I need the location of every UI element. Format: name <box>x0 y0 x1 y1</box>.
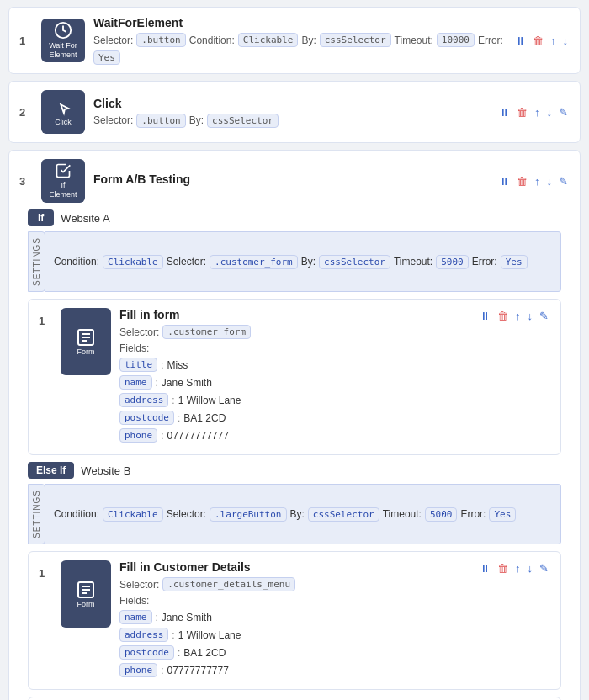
step-3-title: Form A/B Testing <box>93 172 489 186</box>
elseif-substep-1-delete-btn[interactable]: 🗑 <box>496 560 510 576</box>
if-substep-1-down-btn[interactable]: ↓ <box>526 308 535 324</box>
step-3-icon-label: IfElement <box>49 181 77 199</box>
step-3-pause-btn[interactable]: ⏸ <box>497 173 512 189</box>
step-3-form-ab: 3 IfElement Form A/B Testing ⏸ 🗑 ↑ ↓ ✎ I… <box>8 150 581 700</box>
step-3-info: Form A/B Testing <box>93 172 489 189</box>
if-substep-1-fields: Fields: title : Miss name : Jane Smith <box>119 342 470 443</box>
if-substep-1-details: Fill in form Selector: .customer_form Fi… <box>119 308 470 446</box>
step-1-timeout-tag: 10000 <box>437 33 475 47</box>
elseif-substep-2: 2 SelectFromDropdown Select title Select… <box>28 697 561 700</box>
step-1-error-tag: Yes <box>93 50 120 65</box>
if-substep-1-edit-btn[interactable]: ✎ <box>538 308 550 324</box>
if-substep-1-delete-btn[interactable]: 🗑 <box>496 308 510 324</box>
if-substep-1-icon-label: Form <box>77 347 95 356</box>
if-badge: If <box>28 209 54 226</box>
step-1-icon-label: Wait ForElement <box>49 41 77 60</box>
elseif-substep-1-details: Fill in Customer Details Selector: .cust… <box>119 560 470 681</box>
if-substep-1-pause-btn[interactable]: ⏸ <box>478 308 492 324</box>
elseif-substep-1-header: 1 Form Fill in Customer Details Selector… <box>39 560 550 681</box>
step-2-actions: ⏸ 🗑 ↑ ↓ ✎ <box>497 104 570 120</box>
step-1-condition-tag: Clickable <box>238 33 299 47</box>
step-1-icon: Wait ForElement <box>41 19 85 62</box>
elseif-substep-1-selector-tag: .customer_details_menu <box>162 577 295 591</box>
step-1-pause-btn[interactable]: ⏸ <box>513 33 528 49</box>
step-2-params: Selector: .button By: cssSelector <box>93 114 489 128</box>
step-2-pause-btn[interactable]: ⏸ <box>497 104 512 120</box>
if-selector-tag: .customer_form <box>210 255 298 269</box>
step-2-delete-btn[interactable]: 🗑 <box>515 104 529 120</box>
step-2-selector-tag: .button <box>136 114 185 128</box>
step-3-up-btn[interactable]: ↑ <box>533 173 542 189</box>
elseif-substep-1: 1 Form Fill in Customer Details Selector… <box>28 551 561 690</box>
if-label-row: If Website A <box>28 209 561 226</box>
if-by-tag: cssSelector <box>319 255 390 269</box>
elseif-label-row: Else If Website B <box>28 462 561 479</box>
step-2-icon: Click <box>41 90 85 134</box>
step-2-click: 2 Click Click Selector: .button By: cssS… <box>8 81 581 143</box>
elseif-substep-1-icon-label: Form <box>77 600 95 608</box>
field-row-name: name : Jane Smith <box>119 375 470 390</box>
step-3-down-btn[interactable]: ↓ <box>545 173 555 189</box>
settings-label-elseif: Settings <box>28 484 45 544</box>
elseif-substep-1-pause-btn[interactable]: ⏸ <box>478 560 492 576</box>
step-1-params: Selector: .button Condition: Clickable B… <box>93 33 505 65</box>
step-1-number: 1 <box>19 34 33 47</box>
elseif-timeout-tag: 5000 <box>425 507 458 522</box>
elseif-substep-1-form-icon: Form <box>61 560 111 628</box>
elseif-settings-content: Condition: Clickable Selector: .largeBut… <box>45 484 561 544</box>
step-1-by-tag: cssSelector <box>320 33 391 47</box>
if-substep-1-number: 1 <box>39 308 52 327</box>
elseif-substep-1-down-btn[interactable]: ↓ <box>526 560 535 576</box>
elseif-badge: Else If <box>28 462 74 479</box>
if-condition-tag: Clickable <box>103 255 163 269</box>
field-row-postcode: postcode : BA1 2CD <box>119 411 470 425</box>
if-substep-1-actions: ⏸ 🗑 ↑ ↓ ✎ <box>478 308 550 324</box>
step-1-delete-btn[interactable]: 🗑 <box>531 33 545 49</box>
step-3-delete-btn[interactable]: 🗑 <box>515 173 529 189</box>
step-2-up-btn[interactable]: ↑ <box>533 104 542 120</box>
if-substep-1-title: Fill in form <box>119 308 470 321</box>
step-1-actions: ⏸ 🗑 ↑ ↓ <box>513 33 570 49</box>
step-1-selector-tag: .button <box>136 33 185 47</box>
elseif-substep-1-up-btn[interactable]: ↑ <box>513 560 523 576</box>
field-row-title: title : Miss <box>119 358 470 372</box>
if-substep-1-up-btn[interactable]: ↑ <box>513 308 523 324</box>
step-3-number: 3 <box>19 175 33 188</box>
elseif-substep-1-number: 1 <box>39 560 52 580</box>
if-settings-content: Condition: Clickable Selector: .customer… <box>45 231 561 292</box>
elseif-substep-1-actions: ⏸ 🗑 ↑ ↓ ✎ <box>478 560 550 576</box>
step-1-up-btn[interactable]: ↑ <box>549 33 558 49</box>
if-substep-1-selector-tag: .customer_form <box>162 325 251 339</box>
step-3-edit-btn[interactable]: ✎ <box>557 173 570 189</box>
step-2-edit-btn[interactable]: ✎ <box>557 104 570 120</box>
field-row-address: address : 1 Willow Lane <box>119 393 470 407</box>
elseif-block: Else If Website B Settings Condition: Cl… <box>28 462 561 700</box>
step-2-title: Click <box>93 97 489 110</box>
elseif-by-tag: cssSelector <box>308 507 379 522</box>
step-2-by-tag: cssSelector <box>207 114 279 128</box>
elseif-field-row-address: address : 1 Willow Lane <box>119 628 470 642</box>
if-error-tag: Yes <box>501 255 528 269</box>
elseif-substep-1-title: Fill in Customer Details <box>119 560 470 574</box>
if-substep-1: 1 Form Fill in form Selector: .customer_… <box>28 299 561 455</box>
step-1-waitforelement: 1 Wait ForElement WaitForElement Selecto… <box>8 7 581 74</box>
step-3-icon: IfElement <box>41 159 85 203</box>
step-2-down-btn[interactable]: ↓ <box>545 104 555 120</box>
step-2-info: Click Selector: .button By: cssSelector <box>93 97 489 128</box>
if-website-a-label: Website A <box>61 212 109 225</box>
if-timeout-tag: 5000 <box>436 255 469 269</box>
if-substep-1-params: Selector: .customer_form <box>119 325 470 339</box>
elseif-substep-1-params: Selector: .customer_details_menu <box>119 577 470 591</box>
elseif-error-tag: Yes <box>489 507 516 522</box>
settings-label-if: Settings <box>28 231 45 292</box>
elseif-condition-tag: Clickable <box>103 507 163 522</box>
field-row-phone: phone : 07777777777 <box>119 428 470 443</box>
elseif-field-row-postcode: postcode : BA1 2CD <box>119 645 470 660</box>
step-3-actions: ⏸ 🗑 ↑ ↓ ✎ <box>497 173 570 189</box>
step-1-down-btn[interactable]: ↓ <box>561 33 570 49</box>
elseif-substep-1-edit-btn[interactable]: ✎ <box>538 560 550 576</box>
elseif-field-row-phone: phone : 07777777777 <box>119 663 470 677</box>
step-1-info: WaitForElement Selector: .button Conditi… <box>93 16 505 65</box>
step-2-icon-label: Click <box>55 118 72 126</box>
if-substep-1-header: 1 Form Fill in form Selector: .customer_… <box>39 308 550 446</box>
